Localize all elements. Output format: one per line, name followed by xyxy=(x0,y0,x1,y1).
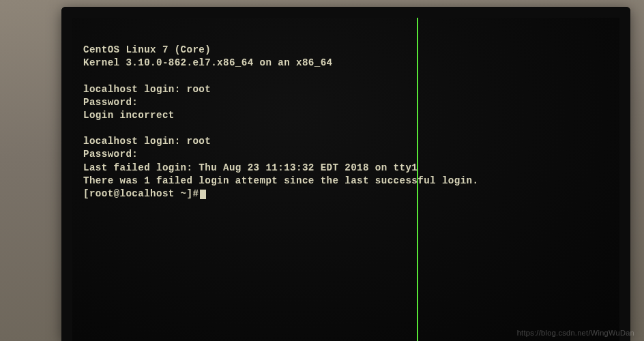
blank-line xyxy=(83,122,609,135)
shell-prompt-text: [root@localhost ~]# xyxy=(83,188,199,199)
os-banner: CentOS Linux 7 (Core) xyxy=(83,44,609,57)
login-prompt-2: localhost login: root xyxy=(83,135,609,148)
password-prompt-2: Password: xyxy=(83,148,609,161)
password-prompt-1: Password: xyxy=(83,96,609,109)
login-result-1: Login incorrect xyxy=(83,109,609,122)
watermark-text: https://blog.csdn.net/WingWuDan xyxy=(517,329,634,337)
shell-prompt[interactable]: [root@localhost ~]# xyxy=(83,188,609,201)
terminal-screen[interactable]: CentOS Linux 7 (Core) Kernel 3.10.0-862.… xyxy=(72,18,619,341)
last-failed-login: Last failed login: Thu Aug 23 11:13:32 E… xyxy=(83,162,609,175)
kernel-banner: Kernel 3.10.0-862.el7.x86_64 on an x86_6… xyxy=(83,57,609,70)
monitor-bezel: CentOS Linux 7 (Core) Kernel 3.10.0-862.… xyxy=(61,7,630,341)
failed-attempt-count: There was 1 failed login attempt since t… xyxy=(83,175,609,188)
text-cursor-icon xyxy=(200,190,206,199)
blank-line xyxy=(83,70,609,83)
login-prompt-1: localhost login: root xyxy=(83,83,609,96)
